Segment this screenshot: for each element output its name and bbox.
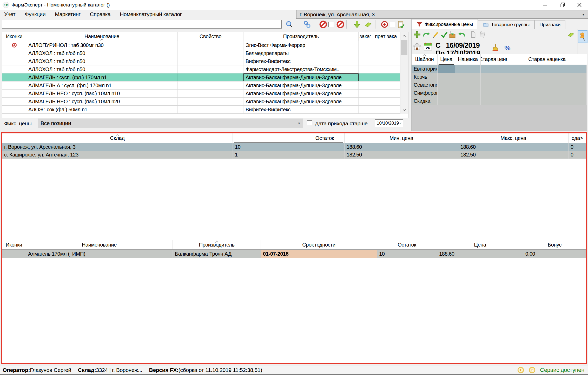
coin-prev-icon[interactable] — [517, 366, 524, 374]
col-min-price[interactable]: Мин. цена — [345, 133, 458, 143]
stock-row[interactable]: с. Каширское, ул. Аптечная, 123 1 182.50… — [2, 151, 586, 159]
markup-cell[interactable] — [455, 97, 481, 105]
old-price-cell[interactable] — [481, 73, 507, 81]
producer-cell[interactable]: Белмедпрепараты — [243, 49, 359, 57]
minimize-button[interactable] — [537, 0, 554, 10]
name-cell[interactable]: АЛЛОХОЛ : таб п/об n50 — [26, 57, 178, 65]
price-cell[interactable]: 188.60 — [437, 250, 523, 258]
template-row[interactable]: Севастополь — [412, 81, 587, 89]
forbid-cell[interactable] — [372, 41, 400, 49]
markup-cell[interactable] — [455, 65, 481, 73]
receipt-button[interactable] — [478, 30, 487, 39]
table-row[interactable]: АЛМАГЕЛЬ НЕО : сусп. (пак.) 10мл n10 Акт… — [2, 90, 408, 98]
producer-cell[interactable]: Актавис-Балканфарма-Дупница-Здравле — [243, 98, 359, 105]
property-cell[interactable] — [178, 49, 243, 57]
scrollbar-thumb[interactable] — [401, 40, 407, 55]
producer-cell[interactable]: Актавис-Балканфарма-Дупница-Здравле — [243, 90, 359, 97]
name-cell[interactable]: АЛМАГЕЛЬ : сусп. (фл.) 170мл n1 — [26, 73, 178, 81]
col-price[interactable]: Цена — [437, 240, 523, 249]
producer-cell-focused[interactable]: Актавис-Балканфарма-Дупница-Здравле — [243, 73, 359, 81]
producer-cell[interactable]: Фармстандарт-Лекстредства-Томскхим... — [243, 65, 359, 73]
template-name-cell[interactable]: Скидка — [412, 97, 438, 105]
percent-icon[interactable]: % — [503, 44, 512, 52]
undo-button[interactable] — [457, 30, 466, 39]
col-markup[interactable]: Наценка — [455, 54, 481, 65]
forbid-cell[interactable] — [372, 90, 400, 97]
name-cell[interactable]: АЛМАГЕЛЬ НЕО : сусп. (пак.) 10мл n20 — [26, 98, 178, 105]
property-cell[interactable] — [178, 41, 243, 49]
table-row-selected[interactable]: АЛМАГЕЛЬ : сусп. (фл.) 170мл n1 Актавис-… — [2, 73, 408, 81]
order-cell[interactable] — [359, 73, 372, 81]
old-price-cell[interactable] — [481, 65, 507, 73]
name-cell[interactable]: Алмагель 170мл ( ИМП) — [26, 250, 173, 258]
confirm-button[interactable] — [440, 30, 448, 39]
old-markup-cell[interactable] — [507, 89, 587, 97]
menu-uchet[interactable]: Учет — [4, 11, 15, 17]
col-name[interactable]: Наименование — [26, 32, 178, 41]
template-name-cell[interactable]: Евпатория — [412, 65, 438, 73]
menu-nomenklaturny-katalog[interactable]: Номенклатурный каталог — [120, 11, 182, 17]
order-cell[interactable] — [359, 65, 372, 73]
forbid-cell[interactable] — [372, 65, 400, 73]
toolbar-checkbox[interactable] — [390, 22, 395, 27]
template-row-selected[interactable]: Евпатория — [412, 65, 587, 73]
name-cell[interactable]: АЛМАГЕЛЬ НЕО : сусп. (пак.) 10мл n10 — [26, 90, 178, 97]
eraser-button[interactable] — [363, 20, 373, 29]
template-row[interactable]: Керчь — [412, 73, 587, 81]
max-price-cell[interactable]: 182.50 — [458, 151, 569, 159]
fix-prices-filter[interactable]: Все позиции ▼ — [38, 119, 303, 128]
table-row[interactable]: АЛЛОХОЛ : таб п/об n50 Вифитех-Вифитекс — [2, 57, 408, 65]
col-order[interactable]: зака: — [359, 32, 372, 41]
old-price-cell[interactable] — [481, 81, 507, 89]
arrival-cell[interactable]: 0 — [569, 143, 586, 151]
bonus-cell[interactable]: 0.00 — [523, 250, 586, 258]
table-row[interactable]: АЛЛОХОЛ : таб п/об n50 Фармстандарт-Лекс… — [2, 65, 408, 73]
series-row[interactable]: Алмагель 170мл ( ИМП) Балканфарма-Троян … — [2, 250, 586, 258]
col-expiry[interactable]: Срок годности — [261, 240, 377, 249]
markup-cell[interactable] — [455, 81, 481, 89]
menu-marketing[interactable]: Маркетинг — [55, 11, 81, 17]
producer-cell[interactable]: Эгис-Вест Фарма-Феррер — [243, 41, 359, 49]
table-row[interactable]: АЛМАГЕЛЬ НЕО : сусп. (пак.) 10мл n20 Акт… — [2, 98, 408, 106]
old-markup-cell[interactable] — [507, 97, 587, 105]
min-price-cell[interactable]: 188.60 — [345, 143, 458, 151]
order-cell[interactable] — [359, 81, 372, 89]
broom-icon[interactable] — [491, 43, 500, 52]
old-markup-cell[interactable] — [507, 65, 587, 73]
search-input[interactable] — [2, 20, 282, 29]
branch-selector[interactable]: г. Воронеж, ул. Арсенальная, 3 ▼ — [296, 10, 588, 19]
name-cell[interactable]: АЛОЭ : сок (фл.) 50мл n1 — [26, 106, 178, 113]
block-all-button[interactable] — [336, 20, 345, 29]
menu-spravka[interactable]: Справка — [90, 11, 111, 17]
forbid-cell[interactable] — [372, 49, 400, 57]
forbid-cell[interactable] — [372, 98, 400, 105]
table-row[interactable]: АЛЛОПУРИНОЛ : таб 300мг n30 Эгис-Вест Фа… — [2, 41, 408, 49]
col-producer[interactable]: Производитель — [173, 240, 261, 249]
calendar-icon[interactable]: 26 — [423, 42, 433, 51]
price-cell[interactable] — [438, 97, 455, 105]
table-row[interactable]: АЛМАГЕЛЬ А : сусп. (фл.) 170мл n1 Актави… — [2, 81, 408, 90]
property-cell[interactable] — [178, 65, 243, 73]
template-row[interactable]: Скидка — [412, 97, 587, 105]
block-checkbox[interactable] — [328, 22, 334, 27]
name-cell[interactable]: АЛЛОПУРИНОЛ : таб 300мг n30 — [26, 41, 178, 49]
scroll-up-icon[interactable] — [400, 32, 408, 40]
warehouse-cell[interactable]: г. Воронеж, ул. Арсенальная, 3 — [2, 143, 233, 151]
col-stock[interactable]: Остаток — [233, 133, 345, 143]
add-button[interactable] — [413, 30, 421, 39]
stock-row-selected[interactable]: г. Воронеж, ул. Арсенальная, 3 10 188.60… — [2, 143, 586, 151]
tab-attributes[interactable]: Признаки — [534, 20, 565, 29]
expiry-cell[interactable]: 01-07-2018 — [261, 250, 377, 258]
scroll-down-icon[interactable] — [400, 106, 408, 114]
markup-cell[interactable] — [455, 89, 481, 97]
order-cell[interactable] — [359, 57, 372, 65]
order-cell[interactable] — [359, 106, 372, 113]
col-bonus[interactable]: Бонус — [523, 240, 586, 249]
forbid-cell[interactable] — [372, 81, 400, 89]
producer-cell[interactable]: Вифитех-Вифитекс — [243, 57, 359, 65]
price-cell[interactable] — [438, 65, 455, 73]
block-button[interactable] — [319, 20, 328, 29]
col-old-price[interactable]: Старая цена — [481, 54, 507, 65]
order-cell[interactable] — [359, 41, 372, 49]
arrival-cell[interactable]: 0 — [569, 151, 586, 159]
